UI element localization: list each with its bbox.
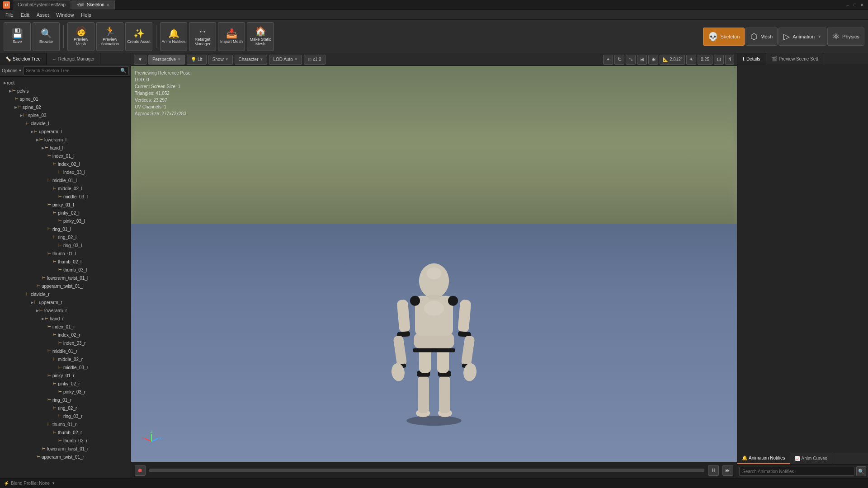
make-static-button[interactable]: 🏠 Make Static Mesh <box>247 22 274 51</box>
tree-item[interactable]: ⊢thumb_02_r <box>0 428 131 436</box>
grid-icon-btn[interactable]: ⊞ <box>648 55 658 65</box>
tab-combat-map[interactable]: CombatSystemTestMap <box>13 0 71 9</box>
skeleton-tree[interactable]: ▶root▶⊢pelvis ⊢spine_01▶⊢spine_02▶⊢spine… <box>0 77 131 478</box>
menu-asset[interactable]: Asset <box>33 11 53 19</box>
create-asset-button[interactable]: ✨ Create Asset <box>125 22 152 51</box>
anim-curves-tab[interactable]: 📈 Anim Curves <box>790 453 832 464</box>
tree-item[interactable]: ⊢ring_02_r <box>0 404 131 412</box>
anim-notifies-button[interactable]: 🔔 Anim Notifies <box>160 22 187 51</box>
sun-value-btn[interactable]: 0.25 <box>698 55 712 65</box>
scale-icon-btn[interactable]: ⤡ <box>626 55 636 65</box>
browse-button[interactable]: 🔍 Browse <box>33 22 60 51</box>
skeleton-mode-button[interactable]: 💀 Skeleton <box>703 28 745 46</box>
physics-mode-button[interactable]: ⚛ Physics <box>827 28 864 46</box>
tree-item[interactable]: ⊢upperarm_twist_01_r <box>0 453 131 461</box>
anim-notifies-search-input[interactable] <box>739 467 854 476</box>
forward-button[interactable]: ⏭ <box>722 465 733 476</box>
tree-item[interactable]: ⊢clavicle_l <box>0 119 131 127</box>
layer-value-btn[interactable]: 4 <box>725 55 734 65</box>
tree-item[interactable]: ⊢index_01_r <box>0 323 131 331</box>
record-button[interactable]: ⏺ <box>135 465 146 476</box>
animation-notifies-tab[interactable]: 🔔 Animation Notifies <box>737 453 790 464</box>
preview-mesh-button[interactable]: 🧑 Preview Mesh <box>67 22 94 51</box>
import-mesh-button[interactable]: 📥 Import Mesh <box>218 22 245 51</box>
anim-search-button[interactable]: 🔍 <box>856 466 866 476</box>
skeleton-search-input[interactable] <box>26 68 120 73</box>
tree-item[interactable]: ▶⊢pelvis <box>0 87 131 95</box>
skeleton-tree-tab[interactable]: 🦴 Skeleton Tree <box>0 53 47 65</box>
minimize-button[interactable]: – <box>844 2 851 8</box>
sun-icon-btn[interactable]: ☀ <box>686 55 696 65</box>
tree-item[interactable]: ▶⊢upperarm_r <box>0 298 131 306</box>
layer-icon-btn[interactable]: ⊡ <box>714 55 724 65</box>
tree-item[interactable]: ⊢thumb_01_r <box>0 420 131 428</box>
tree-item[interactable]: ⊢middle_03_l <box>0 192 131 201</box>
preview-scene-tab[interactable]: 🎬 Preview Scene Sett <box>766 53 824 65</box>
tree-item[interactable]: ⊢thumb_01_l <box>0 249 131 258</box>
preview-animation-button[interactable]: 🏃 Preview Animation <box>96 22 123 51</box>
perspective-button[interactable]: Perspective ▼ <box>148 55 185 65</box>
character-button[interactable]: Character ▼ <box>235 55 268 65</box>
tree-item[interactable]: ⊢middle_02_l <box>0 184 131 192</box>
tree-item[interactable]: ⊢index_02_r <box>0 331 131 339</box>
retarget-manager-button[interactable]: ↔ Retarget Manager <box>189 22 216 51</box>
tree-item[interactable]: ⊢pinky_02_l <box>0 209 131 217</box>
tree-item[interactable]: ⊢pinky_01_r <box>0 371 131 380</box>
tree-item[interactable]: ▶⊢spine_03 <box>0 111 131 119</box>
tab-close-icon[interactable]: ✕ <box>106 3 110 7</box>
tree-item[interactable]: ⊢ring_01_l <box>0 225 131 233</box>
show-button[interactable]: Show ▼ <box>208 55 233 65</box>
tree-item[interactable]: ⊢clavicle_r <box>0 290 131 298</box>
lod-button[interactable]: LOD Auto ▼ <box>269 55 302 65</box>
options-button[interactable]: Options ▼ <box>2 68 22 73</box>
tree-item[interactable]: ⊢pinky_01_l <box>0 201 131 209</box>
tree-item[interactable]: ⊢pinky_02_r <box>0 380 131 388</box>
3d-viewport[interactable]: Previewing Reference Pose LOD: 0 Current… <box>131 66 737 462</box>
tree-item[interactable]: ⊢middle_01_l <box>0 176 131 184</box>
retarget-manager-tab[interactable]: ↔ Retarget Manager <box>47 53 101 65</box>
save-button[interactable]: 💾 Save <box>4 22 31 51</box>
tree-item[interactable]: ⊢index_03_r <box>0 339 131 347</box>
menu-window[interactable]: Window <box>52 11 77 19</box>
menu-help[interactable]: Help <box>77 11 95 19</box>
tree-item[interactable]: ⊢lowerarm_twist_01_l <box>0 274 131 282</box>
tree-item[interactable]: ⊢middle_03_r <box>0 363 131 371</box>
tree-item[interactable]: ⊢ring_02_l <box>0 233 131 241</box>
tree-item[interactable]: ⊢pinky_03_r <box>0 388 131 396</box>
maximize-button[interactable]: □ <box>852 2 858 8</box>
close-button[interactable]: ✕ <box>859 2 865 8</box>
menu-edit[interactable]: Edit <box>17 11 33 19</box>
tree-item[interactable]: ▶⊢upperarm_l <box>0 127 131 136</box>
tree-item[interactable]: ▶root <box>0 79 131 87</box>
search-container[interactable]: 🔍 <box>24 66 129 75</box>
tree-item[interactable]: ⊢ring_03_l <box>0 241 131 249</box>
tree-item[interactable]: ⊢middle_02_r <box>0 355 131 363</box>
local-icon-btn[interactable]: ⊞ <box>637 55 647 65</box>
tree-item[interactable]: ⊢upperarm_twist_01_l <box>0 282 131 290</box>
pause-button[interactable]: ⏸ <box>708 465 719 476</box>
timeline-track[interactable] <box>149 469 704 472</box>
tab-roll-skeleton[interactable]: Roll_Skeleton ✕ <box>71 0 115 9</box>
tree-item[interactable]: ⊢index_03_l <box>0 168 131 176</box>
tree-item[interactable]: ⊢ring_01_r <box>0 396 131 404</box>
tree-item[interactable]: ⊢middle_01_r <box>0 347 131 355</box>
blend-profile-status[interactable]: ⚡ Blend Profile: None ▼ <box>4 481 55 486</box>
tree-item[interactable]: ▶⊢lowerarm_l <box>0 136 131 144</box>
tree-item[interactable]: ▶⊢hand_r <box>0 314 131 323</box>
tree-item[interactable]: ▶⊢hand_l <box>0 144 131 152</box>
viewport-dropdown-btn[interactable]: ▼ <box>134 55 146 65</box>
details-tab[interactable]: ℹ Details <box>737 53 766 65</box>
tree-item[interactable]: ⊢thumb_03_l <box>0 266 131 274</box>
tree-item[interactable]: ⊢thumb_03_r <box>0 436 131 445</box>
tree-item[interactable]: ⊢index_02_l <box>0 160 131 168</box>
tree-item[interactable]: ⊢thumb_02_l <box>0 258 131 266</box>
tree-item[interactable]: ⊢lowerarm_twist_01_r <box>0 445 131 453</box>
mesh-mode-button[interactable]: ⬡ Mesh <box>745 28 778 46</box>
tree-item[interactable]: ⊢spine_01 <box>0 95 131 103</box>
tree-item[interactable]: ⊢ring_03_r <box>0 412 131 420</box>
distance-value-btn[interactable]: 📐 2.812' <box>660 55 685 65</box>
tree-item[interactable]: ⊢index_01_l <box>0 152 131 160</box>
tree-item[interactable]: ▶⊢spine_02 <box>0 103 131 111</box>
tree-item[interactable]: ▶⊢lowerarm_r <box>0 306 131 314</box>
animation-mode-button[interactable]: ▷ Animation ▼ <box>778 28 826 46</box>
